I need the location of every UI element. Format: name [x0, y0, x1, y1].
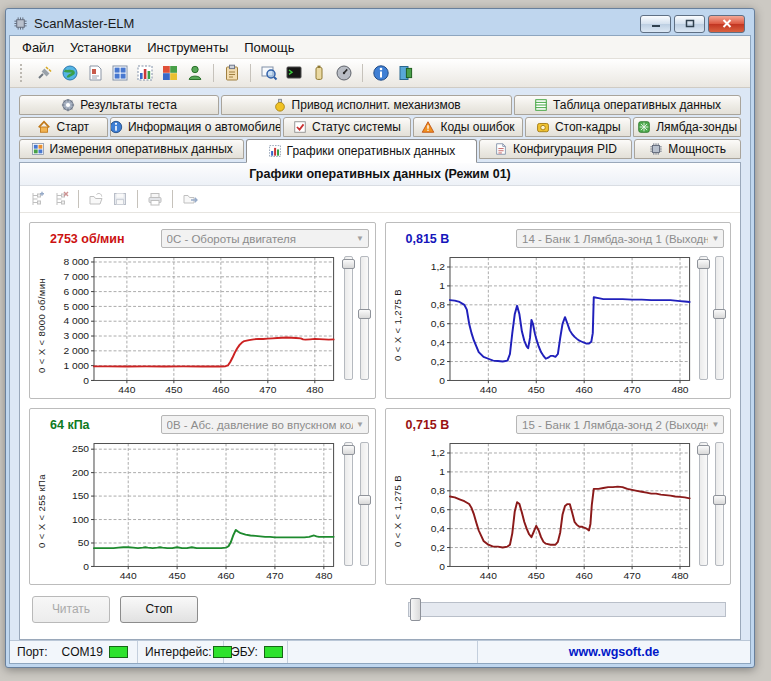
chevron-down-icon: ▼: [708, 420, 723, 429]
o2s2-scale-slider[interactable]: [699, 442, 708, 566]
o2s2-pid-select[interactable]: 15 - Банк 1 Лямбда-зонд 2 (Выходно▼: [516, 415, 724, 434]
window-icon[interactable]: [160, 63, 180, 83]
svg-text:0: 0: [439, 561, 445, 572]
svg-text:250: 250: [72, 444, 90, 455]
svg-text:450: 450: [165, 385, 183, 396]
search-icon[interactable]: [259, 63, 279, 83]
o2s1-axis-label: 0 < X < 1,275 В: [390, 252, 405, 398]
tab-start[interactable]: Старт: [19, 117, 108, 137]
o2s1-offset-slider[interactable]: [715, 256, 724, 380]
tab-label: Коды ошибок: [440, 120, 514, 134]
user-icon[interactable]: [185, 63, 205, 83]
map-scale-slider[interactable]: [344, 442, 353, 566]
tab-pid-config[interactable]: Конфигурация PID: [479, 139, 633, 159]
minimize-button[interactable]: [640, 15, 671, 33]
grid-icon[interactable]: [110, 63, 130, 83]
battery-icon[interactable]: [309, 63, 329, 83]
svg-text:450: 450: [527, 571, 545, 582]
tab-label: Информация о автомобиле: [128, 120, 281, 134]
tab-label: Привод исполнит. механизмов: [292, 98, 461, 112]
chip-icon: [649, 142, 663, 156]
o2s2-sliders: [694, 438, 726, 584]
map-offset-slider[interactable]: [360, 442, 369, 566]
tab-power[interactable]: Мощность: [634, 139, 741, 159]
tab-actuator-drive[interactable]: Привод исполнит. механизмов: [221, 95, 512, 115]
globe-icon[interactable]: [60, 63, 80, 83]
app-window: ScanMaster-ELM ФайлУстановкиИнструментыП…: [5, 8, 755, 668]
clipboard-icon[interactable]: [222, 63, 242, 83]
svg-text:200: 200: [72, 467, 90, 478]
desktop-background-bottom: [0, 668, 771, 681]
tab-row-2: СтартИнформация о автомобилеСтатус систе…: [19, 117, 741, 137]
svg-text:50: 50: [78, 537, 90, 548]
chevron-down-icon: ▼: [353, 234, 368, 243]
svg-text:7 000: 7 000: [63, 271, 89, 282]
toolbar-grip: [20, 64, 25, 82]
port-label: Порт:: [17, 645, 48, 659]
close-button[interactable]: [708, 15, 745, 33]
o2s1-pid-select[interactable]: 14 - Банк 1 Лямбда-зонд 1 (Выходно▼: [516, 229, 724, 248]
connect-icon[interactable]: [35, 63, 55, 83]
status-bar: Порт: COM19 Интерфейс: ЭБУ: www.wgsoft.d…: [10, 640, 750, 663]
svg-text:470: 470: [259, 385, 277, 396]
svg-text:450: 450: [169, 571, 187, 582]
menu-2[interactable]: Инструменты: [139, 38, 236, 57]
menu-3[interactable]: Помощь: [236, 38, 302, 57]
o2s1-scale-slider[interactable]: [699, 256, 708, 380]
timeline-slider-thumb[interactable]: [410, 598, 421, 621]
gauge-icon[interactable]: [334, 63, 354, 83]
app-chip-icon: [13, 16, 28, 31]
tab-system-status[interactable]: Статус системы: [283, 117, 411, 137]
svg-text:0,6: 0,6: [430, 504, 445, 515]
read-button[interactable]: Читать: [32, 596, 110, 623]
svg-text:0,6: 0,6: [430, 318, 445, 329]
svg-text:3 000: 3 000: [63, 331, 89, 342]
timeline-slider[interactable]: [408, 602, 726, 617]
open-icon[interactable]: [86, 189, 106, 209]
graphs-panel: Графики оперативных данных (Режим 01) 27…: [19, 162, 741, 640]
tab-label: Стоп-кадры: [555, 120, 621, 134]
o2s2-offset-slider[interactable]: [715, 442, 724, 566]
map-pid-select[interactable]: 0B - Абс. давление во впускном кол▼: [161, 415, 369, 434]
camera-icon: [536, 120, 550, 134]
menu-bar: ФайлУстановкиИнструментыПомощь: [10, 36, 750, 59]
tab-error-codes[interactable]: Коды ошибок: [413, 117, 523, 137]
save-icon[interactable]: [110, 189, 130, 209]
console-icon[interactable]: [284, 63, 304, 83]
chart-icon[interactable]: [135, 63, 155, 83]
restore-button[interactable]: [674, 15, 705, 33]
export-icon[interactable]: [180, 189, 200, 209]
menu-1[interactable]: Установки: [62, 38, 139, 57]
stop-button[interactable]: Стоп: [120, 596, 198, 623]
website-link[interactable]: www.wgsoft.de: [569, 645, 660, 659]
rpm-plot: 01 0002 0003 0004 0005 0006 0007 0008 00…: [49, 252, 339, 398]
svg-text:440: 440: [120, 571, 138, 582]
tab-freeze-frames[interactable]: Стоп-кадры: [525, 117, 631, 137]
tab-lambda-sensors[interactable]: Лямбда-зонды: [633, 117, 741, 137]
tab-live-data-graphs[interactable]: Графики оперативных данных: [246, 139, 476, 163]
svg-text:470: 470: [623, 385, 641, 396]
ecu-led: [264, 646, 283, 658]
desktop-background-top: [0, 0, 771, 8]
tab-test-results[interactable]: Результаты теста: [19, 95, 219, 115]
report-icon[interactable]: [85, 63, 105, 83]
controls-row: Читать Стоп: [20, 589, 740, 639]
tab-live-data-measure[interactable]: Измерения оперативных данных: [19, 139, 244, 159]
tab-vehicle-info[interactable]: Информация о автомобиле: [110, 117, 281, 137]
remove-graph-icon[interactable]: [51, 189, 71, 209]
menu-0[interactable]: Файл: [14, 38, 62, 57]
tab-label: Лямбда-зонды: [656, 120, 737, 134]
print-icon[interactable]: [145, 189, 165, 209]
rpm-offset-slider[interactable]: [360, 256, 369, 380]
rpm-value: 2753 об/мин: [50, 232, 125, 246]
info-icon[interactable]: [371, 63, 391, 83]
add-graph-icon[interactable]: [27, 189, 47, 209]
panel-title: Графики оперативных данных (Режим 01): [20, 163, 740, 186]
rpm-pid-select[interactable]: 0C - Обороты двигателя▼: [161, 229, 369, 248]
exit-icon[interactable]: [396, 63, 416, 83]
rpm-scale-slider[interactable]: [344, 256, 353, 380]
o2s1-sliders: [694, 252, 726, 398]
tab-live-data-table[interactable]: Таблица оперативных данных: [514, 95, 741, 115]
title-bar[interactable]: ScanMaster-ELM: [9, 12, 751, 35]
chevron-down-icon: ▼: [708, 234, 723, 243]
